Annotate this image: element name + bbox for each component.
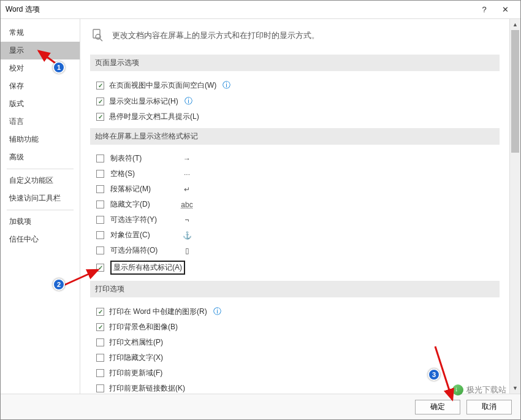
info-icon[interactable]: ⓘ — [213, 306, 221, 317]
scroll-up-icon[interactable]: ▲ — [510, 19, 520, 30]
option-label: 空格(S) — [110, 169, 181, 179]
checkbox-icon[interactable] — [96, 354, 104, 362]
space-symbol-icon: ··· — [181, 170, 193, 178]
sidebar-item-language[interactable]: 语言 — [1, 113, 80, 131]
checkbox-icon[interactable] — [96, 323, 104, 331]
checkbox-icon[interactable] — [96, 308, 104, 316]
option-label: 可选连字符(Y) — [110, 215, 181, 225]
panel-header-text: 更改文档内容在屏幕上的显示方式和在打印时的显示方式。 — [112, 30, 319, 41]
paragraph-symbol-icon: ↵ — [181, 185, 193, 194]
section-print: 打印选项 — [90, 281, 500, 297]
annotation-badge-3: 3 — [428, 368, 440, 381]
sidebar-item-save[interactable]: 保存 — [1, 77, 80, 95]
print-background[interactable]: 打印背景色和图像(B) — [90, 319, 500, 335]
sidebar-separator — [7, 169, 74, 169]
option-label: 打印前更新域(F) — [109, 368, 162, 378]
break-symbol-icon: ▯ — [181, 246, 193, 255]
opt-show-tooltips[interactable]: 悬停时显示文档工具提示(L) — [90, 109, 500, 124]
checkbox-icon[interactable] — [96, 113, 104, 121]
hidden-symbol-icon: abc — [181, 200, 193, 209]
sidebar-item-addins[interactable]: 加载项 — [1, 213, 80, 231]
ok-button[interactable]: 确定 — [415, 400, 460, 414]
watermark: 极光下载站 — [452, 384, 506, 395]
scroll-track[interactable] — [510, 30, 520, 383]
mark-hidden[interactable]: 隐藏文字(D) abc — [90, 197, 500, 212]
print-drawings[interactable]: 打印在 Word 中创建的图形(R) ⓘ — [90, 304, 500, 319]
titlebar: Word 选项 ? ✕ — [1, 1, 520, 19]
checkbox-icon[interactable] — [96, 338, 104, 346]
mark-opt-hyphen[interactable]: 可选连字符(Y) ¬ — [90, 212, 500, 227]
dialog-title: Word 选项 — [6, 4, 474, 15]
sidebar-item-accessibility[interactable]: 辅助功能 — [1, 131, 80, 148]
sidebar-item-trust[interactable]: 信任中心 — [1, 231, 80, 248]
mark-space[interactable]: 空格(S) ··· — [90, 166, 500, 181]
close-button[interactable]: ✕ — [495, 1, 515, 18]
option-label-show-all: 显示所有格式标记(A) — [110, 261, 185, 275]
section-page-display: 页面显示选项 — [90, 55, 500, 71]
dialog-footer: 确定 取消 — [1, 394, 520, 419]
watermark-text: 极光下载站 — [466, 384, 506, 395]
print-update-links[interactable]: 打印前更新链接数据(K) — [90, 381, 500, 394]
checkbox-icon[interactable] — [96, 200, 104, 208]
download-logo-icon — [452, 384, 463, 395]
svg-rect-0 — [93, 29, 100, 38]
option-label: 在页面视图中显示页面间空白(W) — [109, 80, 216, 91]
main-scroll-area: 更改文档内容在屏幕上的显示方式和在打印时的显示方式。 页面显示选项 在页面视图中… — [80, 19, 509, 394]
help-button[interactable]: ? — [474, 1, 495, 18]
cancel-button[interactable]: 取消 — [466, 400, 512, 414]
checkbox-icon[interactable] — [96, 155, 104, 162]
option-label: 打印前更新链接数据(K) — [109, 383, 185, 394]
option-label: 隐藏文字(D) — [110, 199, 181, 210]
sidebar-item-display[interactable]: 显示 — [1, 42, 80, 59]
option-label: 打印文档属性(P) — [109, 337, 163, 348]
checkbox-icon[interactable] — [96, 97, 104, 105]
print-properties[interactable]: 打印文档属性(P) — [90, 335, 500, 350]
checkbox-icon[interactable] — [96, 216, 104, 224]
option-label: 对象位置(C) — [110, 230, 181, 240]
sidebar-item-qat[interactable]: 快速访问工具栏 — [1, 189, 80, 207]
content-area: 常规 显示 校对 保存 版式 语言 辅助功能 高级 自定义功能区 快速访问工具栏… — [1, 19, 520, 394]
magnifier-document-icon — [90, 28, 106, 44]
checkbox-icon[interactable] — [96, 384, 104, 392]
sidebar-item-layout[interactable]: 版式 — [1, 95, 80, 113]
option-label: 制表符(T) — [110, 153, 181, 164]
option-label: 显示突出显示标记(H) — [109, 96, 178, 107]
scroll-thumb[interactable] — [511, 30, 519, 153]
mark-opt-break[interactable]: 可选分隔符(O) ▯ — [90, 243, 500, 258]
checkbox-icon[interactable] — [96, 82, 104, 90]
svg-line-2 — [100, 39, 102, 41]
mark-show-all[interactable]: 显示所有格式标记(A) — [90, 258, 500, 277]
option-label: 可选分隔符(O) — [110, 245, 181, 256]
sidebar-separator — [7, 210, 74, 210]
mark-paragraph[interactable]: 段落标记(M) ↵ — [90, 181, 500, 197]
mark-anchor[interactable]: 对象位置(C) ⚓ — [90, 227, 500, 243]
word-options-dialog: Word 选项 ? ✕ 常规 显示 校对 保存 版式 语言 辅助功能 高级 自定… — [0, 0, 521, 420]
opt-show-whitespace[interactable]: 在页面视图中显示页面间空白(W) ⓘ — [90, 77, 500, 93]
annotation-badge-1: 1 — [53, 61, 65, 74]
checkbox-icon[interactable] — [96, 246, 104, 254]
sidebar-item-general[interactable]: 常规 — [1, 24, 80, 42]
sidebar-item-advanced[interactable]: 高级 — [1, 148, 80, 166]
option-label: 打印在 Word 中创建的图形(R) — [109, 307, 207, 317]
checkbox-icon[interactable] — [96, 185, 104, 193]
mark-tab[interactable]: 制表符(T) → — [90, 151, 500, 166]
checkbox-icon[interactable] — [96, 170, 104, 178]
opt-show-highlighter[interactable]: 显示突出显示标记(H) ⓘ — [90, 93, 500, 109]
main-panel: 更改文档内容在屏幕上的显示方式和在打印时的显示方式。 页面显示选项 在页面视图中… — [80, 19, 520, 394]
option-label: 悬停时显示文档工具提示(L) — [109, 112, 199, 122]
sidebar: 常规 显示 校对 保存 版式 语言 辅助功能 高级 自定义功能区 快速访问工具栏… — [1, 19, 80, 394]
checkbox-icon[interactable] — [96, 231, 104, 239]
annotation-badge-2: 2 — [53, 278, 65, 291]
checkbox-icon[interactable] — [96, 369, 104, 377]
section-formatting-marks: 始终在屏幕上显示这些格式标记 — [90, 128, 500, 145]
info-icon[interactable]: ⓘ — [184, 96, 192, 107]
sidebar-item-ribbon[interactable]: 自定义功能区 — [1, 172, 80, 189]
scroll-down-icon[interactable]: ▼ — [510, 383, 520, 394]
checkbox-icon[interactable] — [96, 264, 104, 272]
option-label: 段落标记(M) — [110, 184, 181, 194]
sidebar-item-proofing[interactable]: 校对 — [1, 59, 80, 77]
print-hidden[interactable]: 打印隐藏文字(X) — [90, 350, 500, 365]
vertical-scrollbar[interactable]: ▲ ▼ — [509, 19, 520, 394]
info-icon[interactable]: ⓘ — [222, 80, 230, 91]
panel-header: 更改文档内容在屏幕上的显示方式和在打印时的显示方式。 — [90, 28, 500, 44]
